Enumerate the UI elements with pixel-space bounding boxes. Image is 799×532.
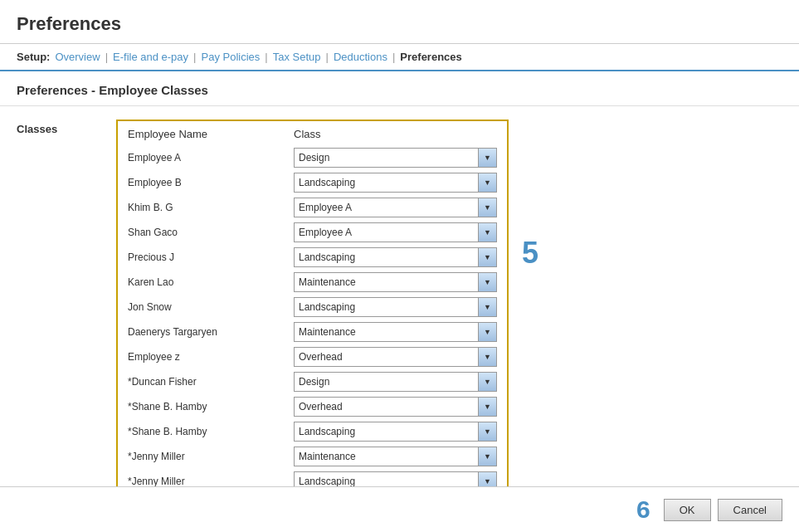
class-dropdown-button[interactable] xyxy=(478,323,496,341)
class-dropdown-button[interactable] xyxy=(478,422,496,441)
class-input[interactable] xyxy=(295,274,478,290)
class-cell xyxy=(287,245,504,270)
class-select-wrapper xyxy=(294,272,497,292)
employee-name: Employee A xyxy=(121,145,287,170)
class-cell xyxy=(287,270,504,295)
class-input[interactable] xyxy=(295,423,478,440)
class-input[interactable] xyxy=(295,448,478,465)
sep-4: | xyxy=(326,51,329,63)
class-select-wrapper xyxy=(294,297,497,317)
class-select-wrapper xyxy=(294,322,497,342)
class-dropdown-button[interactable] xyxy=(478,348,496,366)
setup-label: Setup: xyxy=(17,51,50,63)
content-area: Classes Employee Name Class Employee AEm… xyxy=(0,106,799,512)
employee-name: Precious J xyxy=(121,245,287,270)
class-input[interactable] xyxy=(295,149,478,166)
nav-efile[interactable]: E-file and e-pay xyxy=(113,51,188,63)
sep-5: | xyxy=(392,51,395,63)
table-row: Karen Lao xyxy=(121,270,504,295)
class-select-wrapper xyxy=(294,422,497,442)
setup-nav: Setup: Overview | E-file and e-pay | Pay… xyxy=(0,43,799,71)
classes-label: Classes xyxy=(17,120,116,499)
class-dropdown-button[interactable] xyxy=(478,198,496,217)
employee-name: Shan Gaco xyxy=(121,220,287,245)
class-cell xyxy=(287,394,504,419)
class-input[interactable] xyxy=(295,299,478,315)
class-dropdown-button[interactable] xyxy=(478,173,496,192)
employee-name: *Jenny Miller xyxy=(121,444,287,469)
nav-pay-policies[interactable]: Pay Policies xyxy=(201,51,260,63)
table-row: Daenerys Targaryen xyxy=(121,320,504,344)
class-input[interactable] xyxy=(295,349,478,365)
class-input[interactable] xyxy=(295,174,478,191)
employee-name: Employee z xyxy=(121,344,287,369)
table-row: Employee B xyxy=(121,170,504,195)
class-input[interactable] xyxy=(295,324,478,340)
table-row: Shan Gaco xyxy=(121,220,504,245)
class-dropdown-button[interactable] xyxy=(478,298,496,316)
class-select-wrapper xyxy=(294,222,497,242)
footer-badge: 6 xyxy=(636,495,650,524)
employee-name: Khim B. G xyxy=(121,195,287,220)
section-title: Preferences - Employee Classes xyxy=(0,71,799,106)
col-name-header: Employee Name xyxy=(121,124,287,145)
class-input[interactable] xyxy=(295,199,478,216)
table-row: Khim B. G xyxy=(121,195,504,220)
class-cell xyxy=(287,419,504,444)
class-dropdown-button[interactable] xyxy=(478,373,496,391)
class-input[interactable] xyxy=(295,398,478,415)
table-row: Employee A xyxy=(121,145,504,170)
table-row: *Jenny Miller xyxy=(121,444,504,469)
class-input[interactable] xyxy=(295,373,478,390)
class-cell xyxy=(287,444,504,469)
class-input[interactable] xyxy=(295,249,478,266)
scroll-badge: 5 xyxy=(522,236,538,271)
employee-name: *Duncan Fisher xyxy=(121,369,287,394)
sep-3: | xyxy=(265,51,267,63)
class-dropdown-button[interactable] xyxy=(478,398,496,416)
class-cell xyxy=(287,220,504,245)
ok-button[interactable]: OK xyxy=(664,499,711,521)
class-input[interactable] xyxy=(295,224,478,241)
nav-overview[interactable]: Overview xyxy=(55,51,100,63)
class-select-wrapper xyxy=(294,173,497,193)
class-dropdown-button[interactable] xyxy=(478,447,496,466)
class-select-wrapper xyxy=(294,447,497,466)
class-select-wrapper xyxy=(294,198,497,217)
footer: 6 OK Cancel xyxy=(0,486,799,532)
class-cell xyxy=(287,295,504,320)
page-title: Preferences xyxy=(0,0,799,43)
employee-name: Employee B xyxy=(121,170,287,195)
table-row: Precious J xyxy=(121,245,504,270)
class-cell xyxy=(287,369,504,394)
class-cell xyxy=(287,195,504,220)
cancel-button[interactable]: Cancel xyxy=(718,499,782,521)
class-cell xyxy=(287,344,504,369)
class-select-wrapper xyxy=(294,372,497,392)
class-dropdown-button[interactable] xyxy=(478,149,496,167)
col-class-header: Class xyxy=(287,124,504,145)
employee-name: Daenerys Targaryen xyxy=(121,320,287,344)
class-select-wrapper xyxy=(294,148,497,168)
table-row: Jon Snow xyxy=(121,295,504,320)
sep-1: | xyxy=(105,51,108,63)
table-row: *Shane B. Hamby xyxy=(121,419,504,444)
class-select-wrapper xyxy=(294,397,497,417)
nav-preferences[interactable]: Preferences xyxy=(400,51,461,63)
class-dropdown-button[interactable] xyxy=(478,273,496,291)
employee-name: Jon Snow xyxy=(121,295,287,320)
nav-tax-setup[interactable]: Tax Setup xyxy=(273,51,321,63)
employee-name: *Shane B. Hamby xyxy=(121,394,287,419)
table-row: *Shane B. Hamby xyxy=(121,394,504,419)
class-select-wrapper xyxy=(294,347,497,367)
class-table: Employee Name Class Employee AEmployee B… xyxy=(121,124,504,494)
class-dropdown-button[interactable] xyxy=(478,223,496,242)
employee-name: Karen Lao xyxy=(121,270,287,295)
table-row: *Duncan Fisher xyxy=(121,369,504,394)
class-dropdown-button[interactable] xyxy=(478,248,496,266)
nav-deductions[interactable]: Deductions xyxy=(334,51,387,63)
class-cell xyxy=(287,320,504,344)
class-cell xyxy=(287,170,504,195)
sep-2: | xyxy=(193,51,196,63)
class-table-container: Employee Name Class Employee AEmployee B… xyxy=(116,120,509,499)
